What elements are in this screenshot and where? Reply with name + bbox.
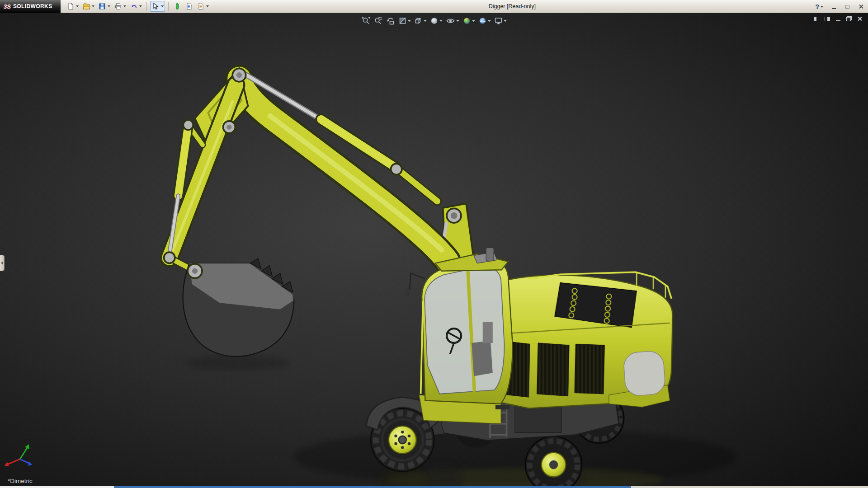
- chevron-down-icon: [161, 5, 164, 7]
- view-orientation-button[interactable]: [413, 15, 428, 26]
- maximize-icon: [845, 5, 849, 9]
- zoom-to-fit-button[interactable]: [360, 15, 372, 26]
- chevron-down-icon: [504, 20, 507, 22]
- new-document-button[interactable]: [65, 1, 80, 12]
- chevron-down-icon: [408, 20, 411, 22]
- reference-triad: [5, 444, 32, 466]
- file-properties-icon: [185, 2, 193, 10]
- section-view-icon: [398, 16, 407, 25]
- undo-button[interactable]: [128, 1, 143, 12]
- view-orientation-icon: [414, 16, 423, 25]
- save-floppy-icon: [98, 2, 106, 10]
- chevron-down-icon: [92, 5, 94, 7]
- options-button[interactable]: [195, 1, 210, 12]
- restore-document-button[interactable]: [845, 15, 853, 22]
- view-orientation-label: *Dimetric: [8, 478, 33, 484]
- toolbar-separator: [146, 2, 147, 11]
- chevron-down-icon: [440, 20, 443, 22]
- document-window-controls: [812, 15, 863, 22]
- chevron-down-icon: [206, 5, 209, 7]
- maximize-button[interactable]: [843, 3, 852, 11]
- section-view-button[interactable]: [397, 15, 412, 26]
- chevron-down-icon: [123, 5, 126, 7]
- cab: [406, 248, 513, 409]
- document-title: Digger [Read-only]: [489, 0, 536, 13]
- zoom-to-fit-icon: [362, 16, 371, 25]
- zoom-to-area-button[interactable]: [373, 15, 384, 26]
- previous-view-button[interactable]: [385, 15, 396, 26]
- view-settings-button[interactable]: [493, 15, 508, 26]
- save-button[interactable]: [97, 1, 112, 12]
- window-controls: ?: [814, 0, 865, 13]
- toolbar-separator: [168, 2, 169, 11]
- bucket: [183, 258, 294, 357]
- hide-show-items-icon: [446, 16, 456, 25]
- select-button[interactable]: [150, 1, 165, 12]
- chevron-down-icon: [488, 20, 491, 22]
- close-icon: [859, 4, 863, 9]
- hide-show-items-button[interactable]: [444, 15, 461, 26]
- view-settings-icon: [494, 16, 503, 25]
- close-icon: [857, 16, 862, 21]
- print-icon: [114, 2, 122, 10]
- feature-tree-expand-tab[interactable]: [0, 255, 5, 271]
- close-document-button[interactable]: [856, 15, 863, 22]
- apply-scene-icon: [478, 16, 487, 25]
- solidworks-logo: 3S SOLIDWORKS: [0, 0, 61, 13]
- zoom-to-area-icon: [374, 16, 383, 25]
- excavator-model-canvas[interactable]: [0, 13, 868, 486]
- pane-right-icon: [825, 17, 830, 21]
- close-button[interactable]: [856, 3, 865, 11]
- graphics-viewport[interactable]: *Dimetric: [0, 13, 868, 486]
- statusbar-progress-segment: [114, 486, 631, 488]
- open-button[interactable]: [81, 1, 96, 12]
- chevron-down-icon: [424, 20, 427, 22]
- previous-view-icon: [386, 16, 395, 25]
- undo-arrow-icon: [130, 2, 138, 10]
- pane-toggle-left-button[interactable]: [812, 15, 820, 22]
- chevron-down-icon: [472, 20, 475, 22]
- display-style-button[interactable]: [429, 15, 444, 26]
- select-cursor-icon: [151, 2, 160, 10]
- statusbar-segment: [0, 486, 114, 488]
- help-icon: ?: [815, 3, 819, 10]
- edit-appearance-icon: [462, 16, 472, 25]
- title-bar: 3S SOLIDWORKS: [0, 0, 868, 13]
- help-button[interactable]: ?: [814, 1, 825, 12]
- display-style-icon: [430, 16, 439, 25]
- statusbar-segment: [631, 486, 868, 488]
- heads-up-view-toolbar: [358, 14, 511, 27]
- chevron-down-icon: [821, 6, 823, 8]
- file-properties-button[interactable]: [184, 1, 194, 12]
- new-document-icon: [66, 2, 75, 10]
- brand-text: SOLIDWORKS: [13, 3, 52, 9]
- pane-left-icon: [814, 17, 819, 21]
- minimize-document-button[interactable]: [834, 15, 842, 22]
- minimize-button[interactable]: [829, 3, 838, 11]
- chevron-down-icon: [108, 5, 110, 7]
- edit-appearance-button[interactable]: [461, 15, 476, 26]
- chevron-left-icon: [1, 261, 3, 265]
- pane-toggle-right-button[interactable]: [823, 15, 831, 22]
- chevron-down-icon: [139, 5, 142, 7]
- open-folder-icon: [82, 2, 90, 10]
- apply-scene-button[interactable]: [477, 15, 492, 26]
- rebuild-button[interactable]: [172, 1, 183, 12]
- options-icon: [197, 2, 205, 10]
- standard-toolbar: [65, 1, 210, 12]
- boom-arm: [164, 68, 474, 271]
- minimize-icon: [836, 20, 840, 21]
- print-button[interactable]: [113, 1, 127, 12]
- chevron-down-icon: [76, 5, 79, 7]
- statusbar-sliver: [0, 486, 868, 488]
- restore-icon: [846, 16, 852, 21]
- rebuild-icon: [173, 2, 181, 10]
- chevron-down-icon: [457, 20, 459, 22]
- minimize-icon: [832, 8, 836, 9]
- solidworks-window: 3S SOLIDWORKS: [0, 0, 868, 488]
- brand-mark: 3S: [4, 3, 11, 10]
